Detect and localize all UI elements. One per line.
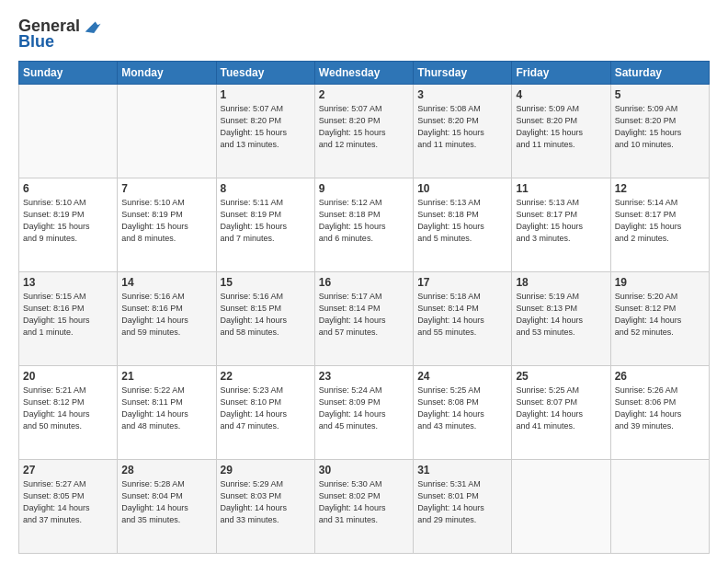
day-number: 29 (221, 464, 311, 477)
day-number: 24 (417, 370, 507, 383)
day-info: Sunrise: 5:26 AM Sunset: 8:06 PM Dayligh… (615, 385, 705, 432)
weekday-header-cell: Wednesday (314, 61, 413, 84)
weekday-header-cell: Sunday (19, 61, 118, 84)
calendar-week-row: 20Sunrise: 5:21 AM Sunset: 8:12 PM Dayli… (19, 365, 710, 459)
calendar-week-row: 13Sunrise: 5:15 AM Sunset: 8:16 PM Dayli… (19, 271, 710, 365)
calendar-day-cell: 22Sunrise: 5:23 AM Sunset: 8:10 PM Dayli… (216, 365, 314, 459)
header: General Blue (18, 17, 710, 52)
calendar-day-cell: 26Sunrise: 5:26 AM Sunset: 8:06 PM Dayli… (610, 365, 709, 459)
calendar-day-cell: 21Sunrise: 5:22 AM Sunset: 8:11 PM Dayli… (118, 365, 216, 459)
day-info: Sunrise: 5:13 AM Sunset: 8:17 PM Dayligh… (516, 197, 606, 245)
calendar-day-cell: 11Sunrise: 5:13 AM Sunset: 8:17 PM Dayli… (512, 178, 610, 271)
day-info: Sunrise: 5:10 AM Sunset: 8:19 PM Dayligh… (121, 197, 211, 245)
calendar-day-cell: 24Sunrise: 5:25 AM Sunset: 8:08 PM Dayli… (414, 365, 512, 459)
calendar-day-cell: 3Sunrise: 5:08 AM Sunset: 8:20 PM Daylig… (414, 84, 512, 178)
weekday-header-cell: Tuesday (216, 61, 314, 84)
calendar-day-cell: 15Sunrise: 5:16 AM Sunset: 8:15 PM Dayli… (216, 271, 314, 365)
day-number: 1 (221, 88, 311, 101)
calendar-day-cell: 4Sunrise: 5:09 AM Sunset: 8:20 PM Daylig… (512, 84, 610, 178)
day-info: Sunrise: 5:22 AM Sunset: 8:11 PM Dayligh… (121, 385, 211, 432)
calendar-week-row: 27Sunrise: 5:27 AM Sunset: 8:05 PM Dayli… (19, 459, 710, 553)
calendar-day-cell: 10Sunrise: 5:13 AM Sunset: 8:18 PM Dayli… (414, 178, 512, 271)
calendar-day-cell: 31Sunrise: 5:31 AM Sunset: 8:01 PM Dayli… (414, 459, 512, 553)
calendar-day-cell: 30Sunrise: 5:30 AM Sunset: 8:02 PM Dayli… (314, 459, 413, 553)
day-info: Sunrise: 5:13 AM Sunset: 8:18 PM Dayligh… (417, 197, 507, 245)
calendar-day-cell: 12Sunrise: 5:14 AM Sunset: 8:17 PM Dayli… (610, 178, 709, 271)
calendar-day-cell: 25Sunrise: 5:25 AM Sunset: 8:07 PM Dayli… (512, 365, 610, 459)
day-number: 28 (121, 464, 211, 477)
day-number: 13 (23, 276, 113, 289)
calendar-day-cell (19, 84, 118, 178)
day-number: 11 (516, 182, 606, 195)
day-info: Sunrise: 5:09 AM Sunset: 8:20 PM Dayligh… (516, 103, 606, 151)
day-number: 12 (615, 182, 705, 195)
day-number: 7 (121, 182, 211, 195)
day-info: Sunrise: 5:07 AM Sunset: 8:20 PM Dayligh… (319, 103, 409, 151)
day-info: Sunrise: 5:25 AM Sunset: 8:08 PM Dayligh… (417, 385, 507, 432)
svg-marker-0 (85, 22, 101, 33)
calendar-day-cell: 29Sunrise: 5:29 AM Sunset: 8:03 PM Dayli… (216, 459, 314, 553)
day-number: 25 (516, 370, 606, 383)
day-info: Sunrise: 5:16 AM Sunset: 8:16 PM Dayligh… (121, 291, 211, 339)
calendar-day-cell (118, 84, 216, 178)
calendar-day-cell: 19Sunrise: 5:20 AM Sunset: 8:12 PM Dayli… (610, 271, 709, 365)
calendar-body: 1Sunrise: 5:07 AM Sunset: 8:20 PM Daylig… (19, 84, 710, 553)
calendar-day-cell: 1Sunrise: 5:07 AM Sunset: 8:20 PM Daylig… (216, 84, 314, 178)
day-info: Sunrise: 5:21 AM Sunset: 8:12 PM Dayligh… (23, 385, 113, 432)
day-number: 4 (516, 88, 606, 101)
day-number: 19 (615, 276, 705, 289)
day-info: Sunrise: 5:28 AM Sunset: 8:04 PM Dayligh… (121, 478, 211, 526)
day-number: 15 (221, 276, 311, 289)
day-info: Sunrise: 5:30 AM Sunset: 8:02 PM Dayligh… (319, 478, 409, 526)
day-info: Sunrise: 5:25 AM Sunset: 8:07 PM Dayligh… (516, 385, 606, 432)
calendar-week-row: 6Sunrise: 5:10 AM Sunset: 8:19 PM Daylig… (19, 178, 710, 271)
day-number: 30 (319, 464, 409, 477)
calendar-day-cell: 16Sunrise: 5:17 AM Sunset: 8:14 PM Dayli… (314, 271, 413, 365)
day-info: Sunrise: 5:15 AM Sunset: 8:16 PM Dayligh… (23, 291, 113, 339)
day-info: Sunrise: 5:24 AM Sunset: 8:09 PM Dayligh… (319, 385, 409, 432)
weekday-header-cell: Saturday (610, 61, 709, 84)
day-number: 9 (319, 182, 409, 195)
day-info: Sunrise: 5:29 AM Sunset: 8:03 PM Dayligh… (221, 478, 311, 526)
day-number: 14 (121, 276, 211, 289)
page: General Blue SundayMondayTuesdayWednesda… (0, 0, 728, 563)
day-number: 16 (319, 276, 409, 289)
weekday-header-cell: Friday (512, 61, 610, 84)
calendar-day-cell: 13Sunrise: 5:15 AM Sunset: 8:16 PM Dayli… (19, 271, 118, 365)
calendar-day-cell (610, 459, 709, 553)
day-number: 8 (221, 182, 311, 195)
calendar-day-cell: 18Sunrise: 5:19 AM Sunset: 8:13 PM Dayli… (512, 271, 610, 365)
calendar-day-cell: 2Sunrise: 5:07 AM Sunset: 8:20 PM Daylig… (314, 84, 413, 178)
day-number: 26 (615, 370, 705, 383)
day-number: 21 (121, 370, 211, 383)
calendar-day-cell: 28Sunrise: 5:28 AM Sunset: 8:04 PM Dayli… (118, 459, 216, 553)
calendar-day-cell: 20Sunrise: 5:21 AM Sunset: 8:12 PM Dayli… (19, 365, 118, 459)
day-number: 6 (23, 182, 113, 195)
day-info: Sunrise: 5:31 AM Sunset: 8:01 PM Dayligh… (417, 478, 507, 526)
calendar-day-cell: 5Sunrise: 5:09 AM Sunset: 8:20 PM Daylig… (610, 84, 709, 178)
day-number: 31 (417, 464, 507, 477)
calendar-header-row: SundayMondayTuesdayWednesdayThursdayFrid… (19, 61, 710, 84)
day-info: Sunrise: 5:10 AM Sunset: 8:19 PM Dayligh… (23, 197, 113, 245)
calendar-day-cell: 17Sunrise: 5:18 AM Sunset: 8:14 PM Dayli… (414, 271, 512, 365)
calendar-week-row: 1Sunrise: 5:07 AM Sunset: 8:20 PM Daylig… (19, 84, 710, 178)
day-number: 10 (417, 182, 507, 195)
day-info: Sunrise: 5:11 AM Sunset: 8:19 PM Dayligh… (221, 197, 311, 245)
calendar-day-cell: 14Sunrise: 5:16 AM Sunset: 8:16 PM Dayli… (118, 271, 216, 365)
day-info: Sunrise: 5:17 AM Sunset: 8:14 PM Dayligh… (319, 291, 409, 339)
calendar-day-cell: 8Sunrise: 5:11 AM Sunset: 8:19 PM Daylig… (216, 178, 314, 271)
day-info: Sunrise: 5:27 AM Sunset: 8:05 PM Dayligh… (23, 478, 113, 526)
weekday-header-cell: Thursday (414, 61, 512, 84)
day-info: Sunrise: 5:16 AM Sunset: 8:15 PM Dayligh… (221, 291, 311, 339)
logo-bird-icon (82, 17, 102, 37)
day-number: 2 (319, 88, 409, 101)
day-info: Sunrise: 5:09 AM Sunset: 8:20 PM Dayligh… (615, 103, 705, 151)
calendar-day-cell: 6Sunrise: 5:10 AM Sunset: 8:19 PM Daylig… (19, 178, 118, 271)
calendar-day-cell: 9Sunrise: 5:12 AM Sunset: 8:18 PM Daylig… (314, 178, 413, 271)
day-info: Sunrise: 5:18 AM Sunset: 8:14 PM Dayligh… (417, 291, 507, 339)
day-info: Sunrise: 5:07 AM Sunset: 8:20 PM Dayligh… (221, 103, 311, 151)
logo: General Blue (18, 17, 102, 52)
calendar-day-cell: 7Sunrise: 5:10 AM Sunset: 8:19 PM Daylig… (118, 178, 216, 271)
day-number: 17 (417, 276, 507, 289)
calendar-day-cell (512, 459, 610, 553)
